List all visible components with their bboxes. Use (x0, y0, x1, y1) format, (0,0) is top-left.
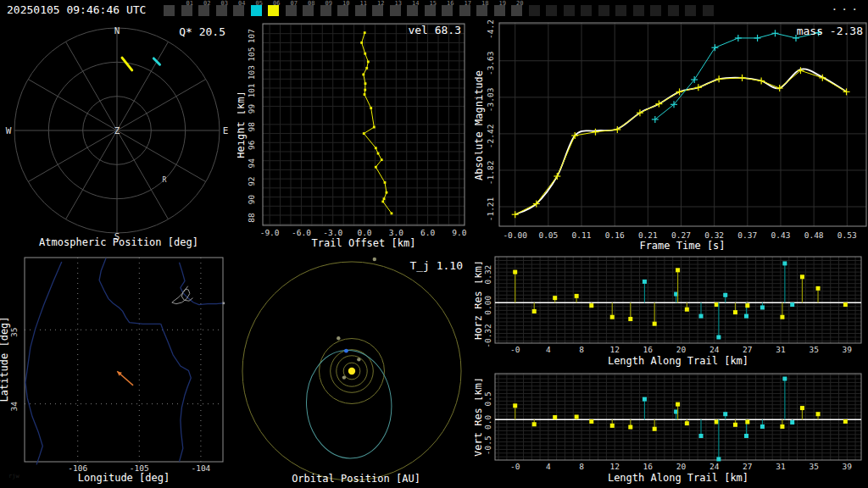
residual-marker-yellow (676, 268, 680, 272)
residual-marker-yellow (816, 286, 821, 291)
river-line (99, 258, 161, 324)
frame-tile-12[interactable]: 12 (372, 0, 389, 20)
y-tick: -0.5 (483, 435, 492, 455)
y-tick: 103 (247, 65, 256, 80)
frame-tile-08[interactable]: 08 (303, 0, 320, 20)
x-tick: 16 (643, 345, 654, 354)
frame-tile-empty[interactable] (564, 0, 581, 20)
residual-marker-yellow (513, 270, 517, 274)
x-tick: 4 (546, 462, 551, 471)
residual-marker-cyan (698, 434, 703, 438)
frame-tile-empty[interactable] (685, 0, 702, 20)
plot-title: Orbital Position [AU] (292, 473, 420, 485)
y-axis-label: Horz Res [km] (475, 260, 484, 340)
frame-tile-swatch (372, 5, 383, 16)
frame-tile-empty[interactable] (650, 0, 667, 20)
residual-marker-cyan (723, 412, 727, 416)
residual-marker-cyan (782, 377, 787, 381)
frame-tile-swatch (546, 5, 557, 16)
y-tick: 96 (247, 140, 256, 150)
frame-tile-empty[interactable] (529, 0, 546, 20)
river-line (161, 324, 192, 462)
frame-tile-swatch (564, 5, 575, 16)
radiant-marker: R (163, 176, 167, 184)
earth-dot (344, 349, 348, 353)
compass-n: N (114, 25, 120, 36)
residual-marker-yellow (733, 310, 737, 314)
frame-tile-swatch (685, 5, 696, 16)
y-tick: 0.5 (483, 391, 492, 406)
frame-tile-empty[interactable] (703, 0, 720, 20)
x-tick: 35 (809, 462, 818, 471)
residual-marker-yellow (745, 303, 749, 308)
frame-tile-07[interactable]: 07 (286, 0, 303, 20)
residual-marker-cyan (643, 397, 647, 402)
frame-tile-empty[interactable] (598, 0, 615, 20)
frame-tile-01[interactable]: 01 (181, 0, 198, 20)
frame-tile-empty[interactable] (668, 0, 685, 20)
x-tick: 16 (643, 462, 654, 471)
y-tick: 0.00 (483, 296, 492, 315)
x-tick: 0.27 (671, 230, 691, 240)
frame-tile-04[interactable]: 04 (233, 0, 250, 20)
frame-tile-13[interactable]: 13 (390, 0, 407, 20)
frame-tile-19[interactable]: 19 (494, 0, 511, 20)
frame-tile-09[interactable]: 09 (320, 0, 337, 20)
frame-tile-swatch (598, 5, 609, 16)
residual-marker-cyan (782, 261, 787, 265)
frame-tile-20[interactable]: 20 (511, 0, 528, 20)
residual-marker-yellow (685, 308, 689, 312)
map-marker-dot (222, 302, 225, 305)
residual-marker-yellow (610, 315, 615, 319)
frame-tile-16[interactable]: 16 (442, 0, 459, 20)
frame-tile-swatch (703, 5, 714, 16)
corner-label: vel 68.3 (408, 24, 461, 36)
x-tick: 3.0 (389, 228, 403, 237)
y-tick: 0.0 (483, 414, 492, 429)
frame-tile-17[interactable]: 17 (459, 0, 476, 20)
x-tick: 31 (776, 345, 786, 354)
x-tick: 27 (743, 345, 752, 354)
residual-marker-yellow (575, 415, 579, 419)
frame-tile-blank[interactable] (164, 0, 181, 20)
y-tick: 98 (247, 122, 256, 132)
x-tick: 35 (809, 345, 818, 354)
frame-tile-swatch (233, 5, 244, 16)
frame-tile-05[interactable]: 05 (251, 0, 268, 20)
y-tick: 90 (247, 195, 256, 205)
frame-tile-swatch (303, 5, 314, 16)
x-tick: 0.05 (538, 230, 558, 240)
frame-tile-empty[interactable] (615, 0, 632, 20)
frame-tile-15[interactable]: 15 (425, 0, 442, 20)
frame-tile-02[interactable]: 02 (198, 0, 215, 20)
frame-tile-empty[interactable] (633, 0, 650, 20)
frame-tile-03[interactable]: 03 (216, 0, 233, 20)
frame-tile-18[interactable]: 18 (476, 0, 493, 20)
frame-tile-11[interactable]: 11 (355, 0, 372, 20)
compass-w: W (6, 125, 12, 136)
frame-tile-10[interactable]: 10 (337, 0, 354, 20)
x-axis-label: Frame Time [s] (639, 240, 725, 252)
y-tick: 94 (247, 158, 256, 169)
frame-tile-swatch (529, 5, 540, 16)
residual-marker-yellow (513, 403, 517, 408)
residual-marker-cyan (744, 314, 748, 319)
frame-tile-swatch (216, 5, 227, 16)
corner-label: T_j 1.10 (409, 259, 463, 272)
frame-tile-empty[interactable] (546, 0, 563, 20)
frame-tile-swatch (390, 5, 401, 16)
trail-offset-plot: -9.0-6.0-3.00.03.06.09.08890929496989910… (237, 20, 475, 254)
x-tick: 0.32 (704, 230, 724, 240)
frame-tile-06[interactable]: 06 (268, 0, 285, 20)
x-tick: 0.11 (572, 230, 592, 240)
x-tick: 0.37 (737, 230, 757, 240)
frame-tile-swatch (459, 5, 470, 16)
frame-tile-empty[interactable] (581, 0, 598, 20)
overflow-ellipsis[interactable]: ... (832, 0, 861, 13)
y-tick: 88 (247, 213, 256, 223)
frame-tile-14[interactable]: 14 (407, 0, 424, 20)
residual-marker-yellow (685, 421, 689, 425)
x-tick: 8 (579, 345, 584, 354)
y-tick: 0.32 (483, 265, 492, 285)
residual-marker-cyan (643, 280, 647, 284)
